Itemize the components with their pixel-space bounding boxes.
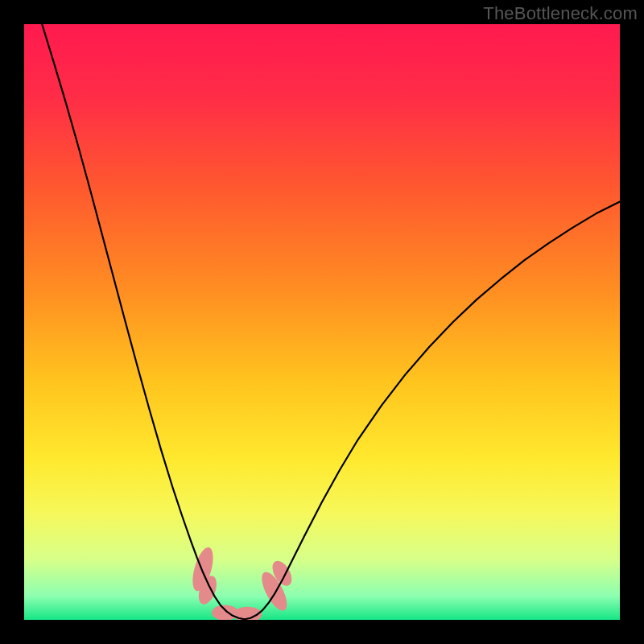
attribution-text: TheBottleneck.com	[483, 3, 638, 24]
gradient-background	[24, 24, 620, 620]
plot-area	[24, 24, 620, 620]
chart-frame: TheBottleneck.com	[0, 0, 644, 644]
chart-svg	[24, 24, 620, 620]
